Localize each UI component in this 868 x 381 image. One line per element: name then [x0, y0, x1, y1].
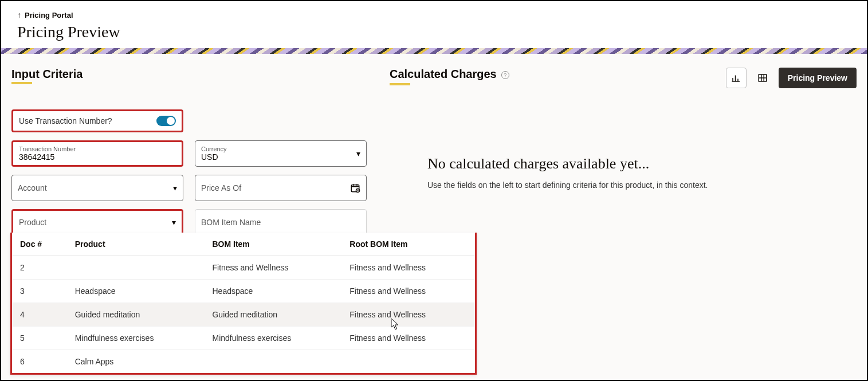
- pricing-preview-button[interactable]: Pricing Preview: [779, 68, 857, 88]
- table-view-button[interactable]: [752, 68, 773, 88]
- price-as-of-placeholder: Price As Of: [201, 183, 241, 193]
- cell-bom: Headspace: [204, 280, 341, 303]
- account-placeholder: Account: [18, 183, 47, 193]
- cell-product: [67, 256, 205, 280]
- chevron-down-icon: ▾: [356, 149, 360, 158]
- price-as-of-field[interactable]: Price As Of: [195, 175, 367, 201]
- cell-doc: 4: [12, 303, 67, 327]
- col-product: Product: [67, 233, 205, 256]
- table-row[interactable]: 4Guided meditationGuided meditationFitne…: [12, 303, 475, 327]
- product-field[interactable]: Product ▾: [11, 209, 183, 235]
- calendar-icon: [350, 183, 360, 193]
- help-icon[interactable]: ?: [501, 71, 509, 79]
- cell-root: Fitness and Wellness: [341, 256, 475, 280]
- bar-chart-icon: [731, 73, 741, 83]
- transaction-number-field[interactable]: Transaction Number 38642415: [11, 140, 183, 167]
- use-transaction-toggle-row: Use Transaction Number?: [11, 109, 183, 132]
- page-header: ↑ Pricing Portal Pricing Preview: [1, 1, 867, 48]
- currency-value: USD: [201, 152, 360, 162]
- arrow-up-icon: ↑: [17, 10, 21, 19]
- cell-root: Fitness and Wellness: [341, 280, 475, 303]
- account-field[interactable]: Account ▾: [11, 175, 183, 201]
- empty-state-title: No calculated charges available yet...: [427, 155, 753, 172]
- use-transaction-toggle[interactable]: [156, 116, 176, 126]
- bom-item-name-placeholder: BOM Item Name: [201, 218, 261, 227]
- cell-root: Fitness and Wellness: [341, 327, 475, 350]
- input-criteria-title: Input Criteria: [11, 68, 83, 81]
- cell-product: Calm Apps: [67, 350, 205, 374]
- product-dropdown-table: Doc # Product BOM Item Root BOM Item 2Fi…: [10, 233, 477, 375]
- table-icon: [757, 73, 768, 83]
- decorative-divider: [1, 48, 867, 54]
- charges-toolbar: Pricing Preview: [726, 68, 857, 88]
- page-title: Pricing Preview: [17, 23, 851, 41]
- transaction-number-label: Transaction Number: [19, 146, 176, 152]
- chevron-down-icon: ▾: [172, 218, 176, 227]
- cell-bom: Guided meditation: [204, 303, 341, 327]
- transaction-number-value: 38642415: [19, 152, 176, 162]
- back-link[interactable]: ↑ Pricing Portal: [17, 10, 73, 19]
- table-header-row: Doc # Product BOM Item Root BOM Item: [12, 233, 475, 256]
- spacer: [195, 109, 367, 132]
- cell-doc: 6: [12, 350, 67, 374]
- chevron-down-icon: ▾: [173, 183, 177, 193]
- cell-doc: 3: [12, 280, 67, 303]
- col-doc: Doc #: [12, 233, 67, 256]
- empty-state: No calculated charges available yet... U…: [390, 155, 857, 190]
- table-row[interactable]: 6Calm Apps: [12, 350, 475, 374]
- cell-root: Fitness and Wellness: [341, 303, 475, 327]
- table-row[interactable]: 2Fitness and WellnessFitness and Wellnes…: [12, 256, 475, 280]
- use-transaction-label: Use Transaction Number?: [19, 116, 112, 125]
- currency-field[interactable]: Currency USD ▾: [195, 140, 367, 167]
- back-link-label: Pricing Portal: [25, 11, 73, 19]
- product-placeholder: Product: [19, 218, 46, 227]
- chart-view-button[interactable]: [726, 68, 747, 88]
- cell-product: Headspace: [67, 280, 205, 303]
- cell-product: Guided meditation: [67, 303, 205, 327]
- criteria-form: Use Transaction Number? Transaction Numb…: [11, 109, 369, 235]
- cell-doc: 5: [12, 327, 67, 350]
- empty-state-desc: Use the fields on the left to start defi…: [427, 180, 753, 190]
- cell-root: [341, 350, 475, 374]
- bom-item-name-field[interactable]: BOM Item Name: [195, 209, 367, 235]
- col-bom: BOM Item: [204, 233, 341, 256]
- currency-label: Currency: [201, 146, 360, 152]
- title-underline: [390, 83, 410, 85]
- title-underline: [11, 82, 32, 84]
- cell-product: Mindfulness exercises: [67, 327, 205, 350]
- cell-bom: Mindfulness exercises: [204, 327, 341, 350]
- calculated-charges-title: Calculated Charges: [390, 68, 497, 81]
- cell-bom: Fitness and Wellness: [204, 256, 341, 280]
- cell-doc: 2: [12, 256, 67, 280]
- table-row[interactable]: 5Mindfulness exercisesMindfulness exerci…: [12, 327, 475, 350]
- cell-bom: [204, 350, 341, 374]
- table-row[interactable]: 3HeadspaceHeadspaceFitness and Wellness: [12, 280, 475, 303]
- col-root-bom: Root BOM Item: [341, 233, 475, 256]
